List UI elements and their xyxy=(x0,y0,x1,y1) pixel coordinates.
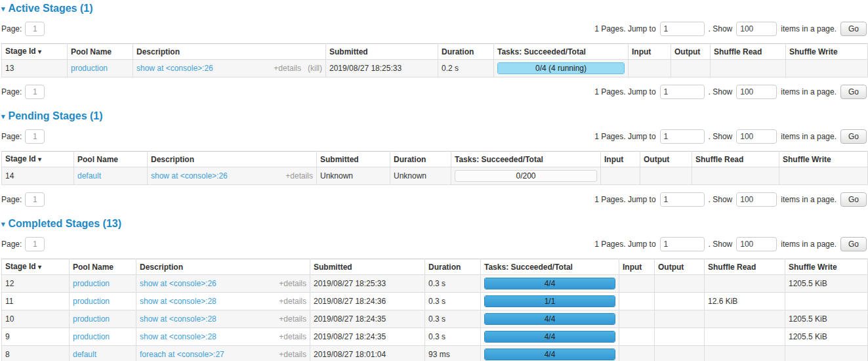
details-link[interactable]: +details xyxy=(279,350,306,359)
jump-to-input[interactable] xyxy=(660,85,705,99)
stage-row: 9productionshow at <console>:28+details2… xyxy=(2,328,868,346)
column-header-shuffle-write[interactable]: Shuffle Write xyxy=(779,152,868,167)
show-count-input[interactable] xyxy=(736,237,777,251)
description-link[interactable]: show at <console>:26 xyxy=(136,64,213,73)
column-header-pool-name[interactable]: Pool Name xyxy=(70,259,136,275)
task-progress-label: 0/200 xyxy=(455,171,596,181)
jump-to-input[interactable] xyxy=(660,129,705,144)
page-number-box[interactable]: 1 xyxy=(25,85,45,99)
go-button[interactable]: Go xyxy=(840,237,867,251)
show-count-input[interactable] xyxy=(736,22,777,36)
description-link[interactable]: show at <console>:28 xyxy=(140,314,217,324)
column-header-input[interactable]: Input xyxy=(601,152,640,167)
jump-to-input[interactable] xyxy=(660,22,705,36)
kill-link[interactable]: (kill) xyxy=(308,64,322,73)
description-cell: show at <console>:26+details(kill) xyxy=(133,60,326,77)
go-button[interactable]: Go xyxy=(840,129,867,144)
show-count-input[interactable] xyxy=(736,129,777,144)
column-header-submitted[interactable]: Submitted xyxy=(317,152,390,167)
column-header-description[interactable]: Description xyxy=(136,259,310,275)
column-header-tasks[interactable]: Tasks: Succeeded/Total xyxy=(494,44,629,60)
go-button[interactable]: Go xyxy=(840,192,867,207)
shuffle-write-cell: 1205.5 KiB xyxy=(785,275,868,293)
column-header-output[interactable]: Output xyxy=(640,152,692,167)
pool-name-cell: production xyxy=(70,310,136,328)
pool-name-link[interactable]: default xyxy=(73,350,96,359)
items-text: items in a page. xyxy=(781,24,837,33)
column-header-description[interactable]: Description xyxy=(148,152,317,167)
column-header-stage-id[interactable]: Stage Id ▾ xyxy=(2,259,70,275)
page-number-box[interactable]: 1 xyxy=(25,129,45,144)
column-header-pool-name[interactable]: Pool Name xyxy=(68,44,133,60)
column-header-input[interactable]: Input xyxy=(619,259,655,275)
section-title-active-stages[interactable]: ▾ Active Stages (1) xyxy=(1,3,867,14)
show-count-input[interactable] xyxy=(736,85,777,99)
description-link[interactable]: show at <console>:26 xyxy=(140,279,217,288)
column-header-shuffle-write[interactable]: Shuffle Write xyxy=(785,259,868,275)
column-header-description[interactable]: Description xyxy=(133,44,326,60)
pool-name-link[interactable]: production xyxy=(73,314,110,324)
pool-name-link[interactable]: production xyxy=(73,332,110,341)
go-button[interactable]: Go xyxy=(840,22,867,36)
section-title-completed-stages[interactable]: ▾ Completed Stages (13) xyxy=(1,218,867,230)
column-header-shuffle-read[interactable]: Shuffle Read xyxy=(705,259,785,275)
details-link[interactable]: +details xyxy=(279,297,306,306)
column-header-duration[interactable]: Duration xyxy=(425,259,481,275)
go-button[interactable]: Go xyxy=(840,85,867,99)
details-link[interactable]: +details xyxy=(274,64,301,73)
pool-name-link[interactable]: production xyxy=(71,64,108,73)
pool-name-link[interactable]: default xyxy=(77,171,101,180)
column-header-stage-id[interactable]: Stage Id ▾ xyxy=(2,44,68,60)
section-title-text: Pending Stages (1) xyxy=(9,110,103,122)
output-cell xyxy=(655,328,705,346)
column-header-shuffle-write[interactable]: Shuffle Write xyxy=(786,44,868,60)
pool-name-link[interactable]: production xyxy=(73,279,110,288)
column-header-stage-id[interactable]: Stage Id ▾ xyxy=(2,152,74,167)
output-cell xyxy=(671,60,711,77)
jump-to-input[interactable] xyxy=(660,237,705,251)
description-cell: show at <console>:28+details xyxy=(136,310,310,328)
collapse-arrow-icon: ▾ xyxy=(1,113,5,120)
page-number-box[interactable]: 1 xyxy=(25,22,45,36)
submitted-cell: Unknown xyxy=(317,167,390,185)
task-progress-label: 4/4 xyxy=(485,278,615,289)
column-header-output[interactable]: Output xyxy=(655,259,705,275)
page-number-box[interactable]: 1 xyxy=(25,237,45,251)
column-header-submitted[interactable]: Submitted xyxy=(326,44,438,60)
tasks-cell: 0/4 (4 running) xyxy=(494,60,629,77)
stage-row: 12productionshow at <console>:26+details… xyxy=(2,275,868,293)
output-cell xyxy=(640,167,692,185)
details-link[interactable]: +details xyxy=(279,279,306,288)
pagination-bar: Page: 1 1 Pages. Jump to . Show items in… xyxy=(1,21,867,37)
description-link[interactable]: foreach at <console>:27 xyxy=(140,350,224,359)
description-link[interactable]: show at <console>:26 xyxy=(151,171,228,180)
section-title-pending-stages[interactable]: ▾ Pending Stages (1) xyxy=(1,110,867,122)
column-header-tasks[interactable]: Tasks: Succeeded/Total xyxy=(481,259,619,275)
column-header-input[interactable]: Input xyxy=(629,44,671,60)
column-header-output[interactable]: Output xyxy=(671,44,711,60)
task-progress-bar: 0/200 xyxy=(455,170,597,182)
column-header-duration[interactable]: Duration xyxy=(438,44,494,60)
stage-id-cell: 10 xyxy=(2,310,70,328)
pool-name-cell: default xyxy=(74,167,148,185)
page-number-box[interactable]: 1 xyxy=(25,192,45,207)
column-header-tasks[interactable]: Tasks: Succeeded/Total xyxy=(451,152,601,167)
stage-row: 11productionshow at <console>:28+details… xyxy=(2,293,868,310)
details-link[interactable]: +details xyxy=(279,332,306,341)
description-link[interactable]: show at <console>:28 xyxy=(140,332,217,341)
description-link[interactable]: show at <console>:28 xyxy=(140,297,217,306)
jump-to-input[interactable] xyxy=(660,192,705,207)
output-cell xyxy=(655,293,705,310)
column-header-shuffle-read[interactable]: Shuffle Read xyxy=(692,152,779,167)
pool-name-link[interactable]: production xyxy=(73,297,110,306)
column-header-shuffle-read[interactable]: Shuffle Read xyxy=(711,44,786,60)
page-label: Page: xyxy=(1,24,22,33)
details-link[interactable]: +details xyxy=(279,314,306,324)
details-link[interactable]: +details xyxy=(285,171,313,180)
shuffle-write-cell: 1205.5 KiB xyxy=(785,310,868,328)
stage-id-cell: 11 xyxy=(2,293,70,310)
show-count-input[interactable] xyxy=(736,192,777,207)
column-header-pool-name[interactable]: Pool Name xyxy=(74,152,148,167)
column-header-duration[interactable]: Duration xyxy=(390,152,451,167)
column-header-submitted[interactable]: Submitted xyxy=(310,259,425,275)
